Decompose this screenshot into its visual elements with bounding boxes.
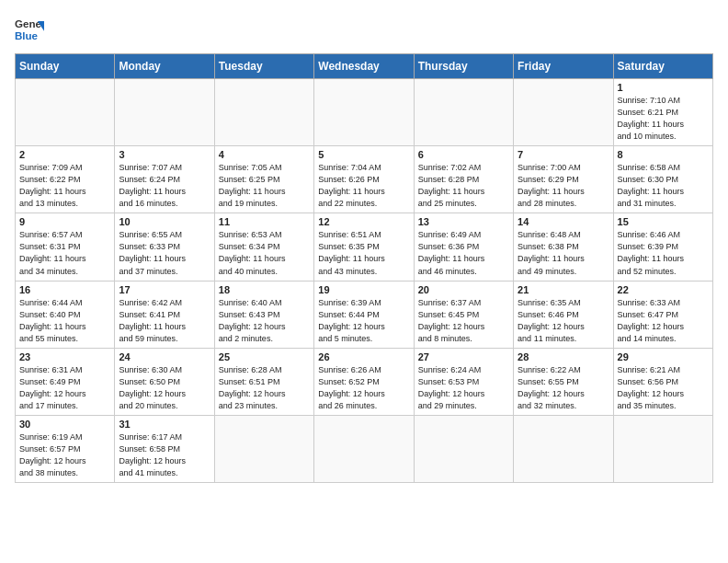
day-number: 16 xyxy=(19,284,110,295)
day-info: Sunrise: 6:17 AM Sunset: 6:58 PM Dayligh… xyxy=(119,431,210,479)
day-number: 17 xyxy=(119,284,210,295)
day-info: Sunrise: 6:55 AM Sunset: 6:33 PM Dayligh… xyxy=(119,229,210,277)
calendar-cell: 27Sunrise: 6:24 AM Sunset: 6:53 PM Dayli… xyxy=(414,348,513,415)
day-info: Sunrise: 7:09 AM Sunset: 6:22 PM Dayligh… xyxy=(19,162,110,210)
calendar-table: SundayMondayTuesdayWednesdayThursdayFrid… xyxy=(15,53,713,483)
calendar-cell: 7Sunrise: 7:00 AM Sunset: 6:29 PM Daylig… xyxy=(514,146,613,213)
day-info: Sunrise: 6:49 AM Sunset: 6:36 PM Dayligh… xyxy=(418,229,509,277)
day-info: Sunrise: 7:05 AM Sunset: 6:25 PM Dayligh… xyxy=(219,162,310,210)
day-info: Sunrise: 6:44 AM Sunset: 6:40 PM Dayligh… xyxy=(19,297,110,345)
calendar-cell: 3Sunrise: 7:07 AM Sunset: 6:24 PM Daylig… xyxy=(115,146,214,213)
calendar-cell xyxy=(414,79,513,146)
day-number: 22 xyxy=(618,284,709,295)
calendar-cell xyxy=(314,415,414,482)
weekday-header-friday: Friday xyxy=(514,54,613,79)
calendar-cell xyxy=(613,415,712,482)
calendar-cell xyxy=(314,79,414,146)
day-number: 21 xyxy=(518,284,609,295)
calendar-cell: 10Sunrise: 6:55 AM Sunset: 6:33 PM Dayli… xyxy=(115,213,214,281)
calendar-cell: 19Sunrise: 6:39 AM Sunset: 6:44 PM Dayli… xyxy=(314,281,414,348)
day-number: 29 xyxy=(618,351,709,362)
calendar-week-1: 2Sunrise: 7:09 AM Sunset: 6:22 PM Daylig… xyxy=(16,146,713,213)
day-number: 5 xyxy=(318,149,409,160)
calendar-cell: 5Sunrise: 7:04 AM Sunset: 6:26 PM Daylig… xyxy=(314,146,414,213)
svg-text:Blue: Blue xyxy=(15,30,39,41)
calendar-cell xyxy=(214,79,313,146)
day-info: Sunrise: 7:07 AM Sunset: 6:24 PM Dayligh… xyxy=(119,162,210,210)
day-number: 6 xyxy=(418,149,509,160)
calendar-body: 1Sunrise: 7:10 AM Sunset: 6:21 PM Daylig… xyxy=(16,79,713,483)
day-info: Sunrise: 6:51 AM Sunset: 6:35 PM Dayligh… xyxy=(318,229,409,277)
day-info: Sunrise: 6:46 AM Sunset: 6:39 PM Dayligh… xyxy=(618,229,709,277)
weekday-header-monday: Monday xyxy=(115,54,214,79)
calendar-cell: 21Sunrise: 6:35 AM Sunset: 6:46 PM Dayli… xyxy=(514,281,613,348)
day-info: Sunrise: 6:31 AM Sunset: 6:49 PM Dayligh… xyxy=(19,364,110,412)
day-number: 14 xyxy=(518,216,609,227)
day-info: Sunrise: 7:04 AM Sunset: 6:26 PM Dayligh… xyxy=(318,162,409,210)
calendar-header: SundayMondayTuesdayWednesdayThursdayFrid… xyxy=(16,54,713,79)
calendar-cell: 1Sunrise: 7:10 AM Sunset: 6:21 PM Daylig… xyxy=(613,79,712,146)
calendar-cell: 26Sunrise: 6:26 AM Sunset: 6:52 PM Dayli… xyxy=(314,348,414,415)
weekday-header-wednesday: Wednesday xyxy=(314,54,414,79)
calendar-cell: 2Sunrise: 7:09 AM Sunset: 6:22 PM Daylig… xyxy=(16,146,115,213)
day-number: 24 xyxy=(119,351,210,362)
day-number: 3 xyxy=(119,149,210,160)
calendar-cell xyxy=(514,415,613,482)
day-number: 13 xyxy=(418,216,509,227)
day-number: 30 xyxy=(19,419,110,430)
calendar-cell: 13Sunrise: 6:49 AM Sunset: 6:36 PM Dayli… xyxy=(414,213,513,281)
day-info: Sunrise: 6:21 AM Sunset: 6:56 PM Dayligh… xyxy=(618,364,709,412)
day-number: 7 xyxy=(518,149,609,160)
calendar-cell: 12Sunrise: 6:51 AM Sunset: 6:35 PM Dayli… xyxy=(314,213,414,281)
logo: General Blue xyxy=(15,15,53,44)
day-number: 1 xyxy=(618,82,709,93)
day-number: 28 xyxy=(518,351,609,362)
day-number: 26 xyxy=(318,351,409,362)
calendar-cell: 20Sunrise: 6:37 AM Sunset: 6:45 PM Dayli… xyxy=(414,281,513,348)
calendar-cell: 25Sunrise: 6:28 AM Sunset: 6:51 PM Dayli… xyxy=(214,348,313,415)
header: General Blue xyxy=(15,15,713,44)
day-number: 18 xyxy=(219,284,310,295)
day-info: Sunrise: 6:24 AM Sunset: 6:53 PM Dayligh… xyxy=(418,364,509,412)
calendar-week-4: 23Sunrise: 6:31 AM Sunset: 6:49 PM Dayli… xyxy=(16,348,713,415)
weekday-header-tuesday: Tuesday xyxy=(214,54,313,79)
calendar-week-5: 30Sunrise: 6:19 AM Sunset: 6:57 PM Dayli… xyxy=(16,415,713,482)
weekday-header-thursday: Thursday xyxy=(414,54,513,79)
calendar-cell: 4Sunrise: 7:05 AM Sunset: 6:25 PM Daylig… xyxy=(214,146,313,213)
day-number: 25 xyxy=(219,351,310,362)
calendar-cell: 8Sunrise: 6:58 AM Sunset: 6:30 PM Daylig… xyxy=(613,146,712,213)
calendar-cell: 31Sunrise: 6:17 AM Sunset: 6:58 PM Dayli… xyxy=(115,415,214,482)
day-number: 4 xyxy=(219,149,310,160)
weekday-header-saturday: Saturday xyxy=(613,54,712,79)
day-info: Sunrise: 6:42 AM Sunset: 6:41 PM Dayligh… xyxy=(119,297,210,345)
day-info: Sunrise: 6:53 AM Sunset: 6:34 PM Dayligh… xyxy=(219,229,310,277)
day-info: Sunrise: 7:02 AM Sunset: 6:28 PM Dayligh… xyxy=(418,162,509,210)
day-number: 23 xyxy=(19,351,110,362)
calendar-cell: 15Sunrise: 6:46 AM Sunset: 6:39 PM Dayli… xyxy=(613,213,712,281)
calendar-cell: 22Sunrise: 6:33 AM Sunset: 6:47 PM Dayli… xyxy=(613,281,712,348)
calendar-cell: 9Sunrise: 6:57 AM Sunset: 6:31 PM Daylig… xyxy=(16,213,115,281)
weekday-header-sunday: Sunday xyxy=(16,54,115,79)
day-info: Sunrise: 6:22 AM Sunset: 6:55 PM Dayligh… xyxy=(518,364,609,412)
calendar-week-3: 16Sunrise: 6:44 AM Sunset: 6:40 PM Dayli… xyxy=(16,281,713,348)
day-number: 11 xyxy=(219,216,310,227)
day-info: Sunrise: 6:37 AM Sunset: 6:45 PM Dayligh… xyxy=(418,297,509,345)
day-info: Sunrise: 6:30 AM Sunset: 6:50 PM Dayligh… xyxy=(119,364,210,412)
day-number: 31 xyxy=(119,419,210,430)
day-number: 12 xyxy=(318,216,409,227)
day-info: Sunrise: 6:58 AM Sunset: 6:30 PM Dayligh… xyxy=(618,162,709,210)
day-info: Sunrise: 6:48 AM Sunset: 6:38 PM Dayligh… xyxy=(518,229,609,277)
day-info: Sunrise: 6:26 AM Sunset: 6:52 PM Dayligh… xyxy=(318,364,409,412)
calendar-cell: 16Sunrise: 6:44 AM Sunset: 6:40 PM Dayli… xyxy=(16,281,115,348)
calendar-cell: 18Sunrise: 6:40 AM Sunset: 6:43 PM Dayli… xyxy=(214,281,313,348)
calendar-cell xyxy=(414,415,513,482)
day-info: Sunrise: 7:00 AM Sunset: 6:29 PM Dayligh… xyxy=(518,162,609,210)
calendar-week-0: 1Sunrise: 7:10 AM Sunset: 6:21 PM Daylig… xyxy=(16,79,713,146)
day-info: Sunrise: 6:35 AM Sunset: 6:46 PM Dayligh… xyxy=(518,297,609,345)
calendar-week-2: 9Sunrise: 6:57 AM Sunset: 6:31 PM Daylig… xyxy=(16,213,713,281)
day-number: 2 xyxy=(19,149,110,160)
calendar-cell: 6Sunrise: 7:02 AM Sunset: 6:28 PM Daylig… xyxy=(414,146,513,213)
day-number: 20 xyxy=(418,284,509,295)
calendar-cell: 29Sunrise: 6:21 AM Sunset: 6:56 PM Dayli… xyxy=(613,348,712,415)
day-info: Sunrise: 7:10 AM Sunset: 6:21 PM Dayligh… xyxy=(618,95,709,143)
